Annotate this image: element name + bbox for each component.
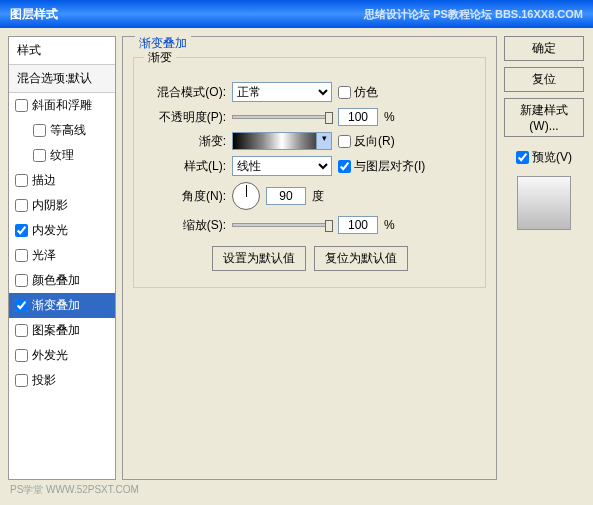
- style-label: 样式(L):: [144, 158, 226, 175]
- watermark: PS学堂 WWW.52PSXT.COM: [10, 483, 139, 497]
- gradient-label: 渐变:: [144, 133, 226, 150]
- style-label: 图案叠加: [32, 322, 80, 339]
- title: 图层样式: [10, 6, 58, 23]
- styles-panel: 样式 混合选项:默认 斜面和浮雕等高线纹理描边内阴影内发光光泽颜色叠加渐变叠加图…: [8, 36, 116, 480]
- style-item-11[interactable]: 投影: [9, 368, 115, 393]
- style-checkbox[interactable]: [15, 374, 28, 387]
- style-item-1[interactable]: 等高线: [9, 118, 115, 143]
- new-style-button[interactable]: 新建样式(W)...: [504, 98, 584, 137]
- opacity-input[interactable]: [338, 108, 378, 126]
- opacity-slider[interactable]: [232, 115, 332, 119]
- style-item-3[interactable]: 描边: [9, 168, 115, 193]
- style-label: 内阴影: [32, 197, 68, 214]
- align-checkbox[interactable]: 与图层对齐(I): [338, 158, 425, 175]
- style-item-5[interactable]: 内发光: [9, 218, 115, 243]
- ok-button[interactable]: 确定: [504, 36, 584, 61]
- main-panel: 渐变叠加 渐变 混合模式(O): 正常 仿色 不透明度(P): % 渐变: ▾ …: [122, 36, 497, 480]
- blend-mode-select[interactable]: 正常: [232, 82, 332, 102]
- reverse-checkbox[interactable]: 反向(R): [338, 133, 395, 150]
- angle-unit: 度: [312, 188, 324, 205]
- angle-dial[interactable]: [232, 182, 260, 210]
- blend-mode-label: 混合模式(O):: [144, 84, 226, 101]
- style-checkbox[interactable]: [33, 149, 46, 162]
- scale-label: 缩放(S):: [144, 217, 226, 234]
- style-checkbox[interactable]: [15, 299, 28, 312]
- gradient-group: 渐变 混合模式(O): 正常 仿色 不透明度(P): % 渐变: ▾ 反向(R)…: [133, 49, 486, 288]
- style-item-0[interactable]: 斜面和浮雕: [9, 93, 115, 118]
- style-checkbox[interactable]: [15, 324, 28, 337]
- cancel-button[interactable]: 复位: [504, 67, 584, 92]
- style-label: 斜面和浮雕: [32, 97, 92, 114]
- style-item-8[interactable]: 渐变叠加: [9, 293, 115, 318]
- side-panel: 确定 复位 新建样式(W)... 预览(V): [503, 36, 585, 480]
- style-checkbox[interactable]: [15, 199, 28, 212]
- style-label: 纹理: [50, 147, 74, 164]
- titlebar-right: 思绪设计论坛 PS教程论坛 BBS.16XX8.COM: [364, 7, 583, 22]
- preview-checkbox[interactable]: 预览(V): [516, 149, 572, 166]
- scale-unit: %: [384, 218, 395, 232]
- style-item-9[interactable]: 图案叠加: [9, 318, 115, 343]
- section-title: 渐变叠加: [135, 35, 191, 52]
- style-label: 颜色叠加: [32, 272, 80, 289]
- angle-input[interactable]: [266, 187, 306, 205]
- dialog-body: 样式 混合选项:默认 斜面和浮雕等高线纹理描边内阴影内发光光泽颜色叠加渐变叠加图…: [0, 28, 593, 488]
- style-label: 投影: [32, 372, 56, 389]
- style-label: 光泽: [32, 247, 56, 264]
- style-item-6[interactable]: 光泽: [9, 243, 115, 268]
- style-label: 渐变叠加: [32, 297, 80, 314]
- style-checkbox[interactable]: [33, 124, 46, 137]
- titlebar: 图层样式 思绪设计论坛 PS教程论坛 BBS.16XX8.COM: [0, 0, 593, 28]
- style-checkbox[interactable]: [15, 249, 28, 262]
- style-label: 描边: [32, 172, 56, 189]
- style-item-7[interactable]: 颜色叠加: [9, 268, 115, 293]
- style-select[interactable]: 线性: [232, 156, 332, 176]
- style-item-2[interactable]: 纹理: [9, 143, 115, 168]
- preview-thumbnail: [517, 176, 571, 230]
- gradient-dropdown-icon[interactable]: ▾: [316, 133, 331, 149]
- style-checkbox[interactable]: [15, 174, 28, 187]
- style-label: 内发光: [32, 222, 68, 239]
- styles-header[interactable]: 样式: [9, 37, 115, 65]
- style-item-10[interactable]: 外发光: [9, 343, 115, 368]
- style-checkbox[interactable]: [15, 224, 28, 237]
- blending-options[interactable]: 混合选项:默认: [9, 65, 115, 93]
- gradient-preview[interactable]: ▾: [232, 132, 332, 150]
- style-checkbox[interactable]: [15, 274, 28, 287]
- scale-input[interactable]: [338, 216, 378, 234]
- style-label: 外发光: [32, 347, 68, 364]
- set-default-button[interactable]: 设置为默认值: [212, 246, 306, 271]
- dither-checkbox[interactable]: 仿色: [338, 84, 378, 101]
- scale-slider[interactable]: [232, 223, 332, 227]
- angle-label: 角度(N):: [144, 188, 226, 205]
- style-label: 等高线: [50, 122, 86, 139]
- opacity-label: 不透明度(P):: [144, 109, 226, 126]
- style-checkbox[interactable]: [15, 99, 28, 112]
- reset-default-button[interactable]: 复位为默认值: [314, 246, 408, 271]
- opacity-unit: %: [384, 110, 395, 124]
- style-checkbox[interactable]: [15, 349, 28, 362]
- style-item-4[interactable]: 内阴影: [9, 193, 115, 218]
